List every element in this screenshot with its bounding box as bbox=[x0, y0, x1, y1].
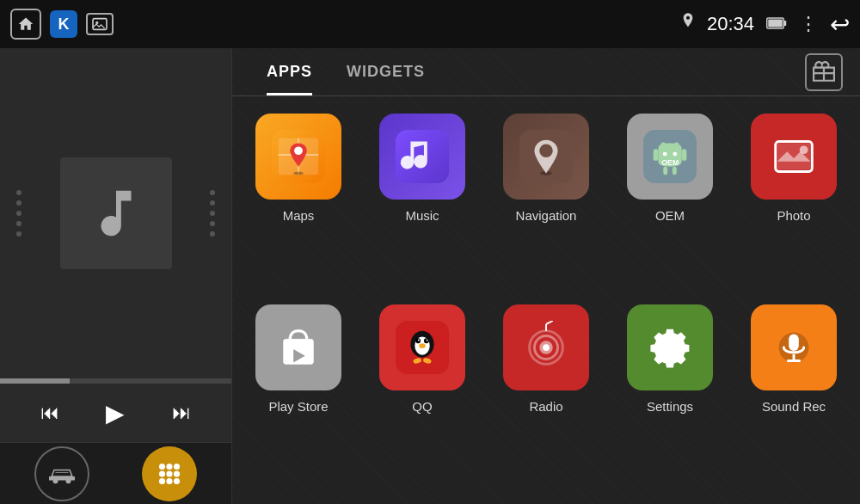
svg-point-21 bbox=[294, 146, 303, 155]
svg-point-57 bbox=[543, 344, 550, 351]
bottom-nav-buttons bbox=[0, 442, 231, 504]
navigation-icon-app bbox=[503, 114, 589, 200]
qq-icon bbox=[379, 304, 465, 390]
next-button[interactable]: ⏭ bbox=[165, 395, 198, 431]
play-button[interactable]: ▶ bbox=[99, 392, 132, 434]
playstore-icon bbox=[255, 304, 341, 390]
soundrec-icon-app bbox=[751, 304, 837, 390]
tab-apps[interactable]: APPS bbox=[249, 48, 329, 95]
svg-point-25 bbox=[539, 144, 553, 157]
svg-point-48 bbox=[418, 340, 420, 341]
svg-rect-41 bbox=[284, 339, 314, 364]
music-player-area bbox=[0, 48, 231, 378]
svg-rect-63 bbox=[789, 335, 799, 351]
tabs-row: APPS WIDGETS bbox=[232, 48, 860, 96]
app-grid: Maps Music bbox=[232, 96, 860, 504]
svg-point-9 bbox=[174, 463, 180, 469]
svg-rect-30 bbox=[682, 149, 687, 161]
right-panel: APPS WIDGETS bbox=[232, 48, 860, 504]
status-bar-left: K bbox=[10, 9, 114, 40]
location-icon bbox=[681, 13, 695, 36]
svg-point-47 bbox=[424, 338, 429, 343]
navigation-label: Navigation bbox=[516, 208, 577, 223]
photo-label: Photo bbox=[777, 208, 810, 223]
home-button[interactable] bbox=[10, 9, 41, 40]
maps-icon bbox=[255, 114, 341, 200]
svg-point-11 bbox=[166, 470, 172, 476]
prev-button[interactable]: ⏮ bbox=[34, 395, 66, 431]
svg-rect-4 bbox=[768, 19, 783, 27]
svg-point-50 bbox=[419, 343, 426, 348]
app-settings[interactable]: Settings bbox=[612, 304, 728, 487]
music-label: Music bbox=[405, 208, 439, 223]
svg-text:OEM: OEM bbox=[661, 158, 679, 167]
svg-point-20 bbox=[293, 171, 304, 175]
svg-point-12 bbox=[174, 470, 180, 476]
tab-widgets[interactable]: WIDGETS bbox=[329, 48, 442, 95]
speaker-left bbox=[15, 187, 22, 239]
k-app-button[interactable]: K bbox=[50, 10, 77, 38]
svg-rect-29 bbox=[654, 149, 659, 161]
svg-point-46 bbox=[415, 338, 421, 343]
svg-point-7 bbox=[159, 463, 165, 469]
battery-icon bbox=[766, 15, 787, 34]
soundrec-label: Sound Rec bbox=[762, 399, 826, 414]
oem-label: OEM bbox=[655, 208, 685, 223]
main-content: ⏮ ▶ ⏭ bbox=[0, 48, 860, 504]
app-oem[interactable]: OEM OEM bbox=[612, 114, 728, 296]
radio-icon-app bbox=[503, 304, 589, 390]
svg-rect-3 bbox=[783, 21, 786, 26]
settings-label: Settings bbox=[647, 399, 693, 414]
playstore-label: Play Store bbox=[268, 399, 328, 414]
photo-icon bbox=[751, 114, 837, 200]
svg-rect-32 bbox=[673, 167, 677, 175]
status-bar: K 20:34 ⋮ ↩ bbox=[0, 0, 860, 48]
oem-icon: OEM bbox=[627, 114, 713, 200]
svg-point-34 bbox=[673, 152, 677, 157]
status-bar-right: 20:34 ⋮ ↩ bbox=[681, 10, 850, 39]
back-button[interactable]: ↩ bbox=[830, 10, 850, 39]
apps-grid-button[interactable] bbox=[142, 446, 197, 501]
svg-point-49 bbox=[427, 340, 428, 341]
svg-point-13 bbox=[159, 477, 165, 483]
maps-label: Maps bbox=[283, 208, 315, 223]
speaker-right bbox=[209, 187, 216, 239]
menu-dots-icon[interactable]: ⋮ bbox=[799, 13, 818, 35]
store-button[interactable] bbox=[805, 53, 843, 91]
settings-icon-app bbox=[627, 304, 713, 390]
qq-label: QQ bbox=[412, 399, 432, 414]
svg-point-6 bbox=[66, 478, 71, 483]
music-controls: ⏮ ▶ ⏭ bbox=[0, 384, 231, 442]
app-navigation[interactable]: Navigation bbox=[488, 114, 604, 296]
app-soundrec[interactable]: Sound Rec bbox=[736, 304, 851, 487]
radio-label: Radio bbox=[529, 399, 562, 414]
svg-point-5 bbox=[53, 478, 58, 483]
app-maps[interactable]: Maps bbox=[241, 114, 356, 296]
music-icon bbox=[379, 114, 465, 200]
gallery-button[interactable] bbox=[86, 13, 114, 35]
app-playstore[interactable]: Play Store bbox=[241, 304, 356, 487]
svg-point-14 bbox=[166, 477, 172, 483]
app-music[interactable]: Music bbox=[365, 114, 480, 296]
music-album-art bbox=[60, 157, 172, 269]
app-photo[interactable]: Photo bbox=[736, 114, 851, 296]
svg-point-15 bbox=[174, 477, 180, 483]
svg-point-33 bbox=[663, 152, 667, 157]
app-qq[interactable]: QQ bbox=[365, 304, 480, 487]
svg-point-8 bbox=[166, 463, 172, 469]
app-radio[interactable]: Radio bbox=[488, 304, 604, 487]
status-time: 20:34 bbox=[707, 13, 754, 35]
svg-point-10 bbox=[159, 470, 165, 476]
car-button[interactable] bbox=[34, 446, 89, 501]
left-panel: ⏮ ▶ ⏭ bbox=[0, 48, 232, 504]
svg-rect-31 bbox=[663, 167, 667, 175]
